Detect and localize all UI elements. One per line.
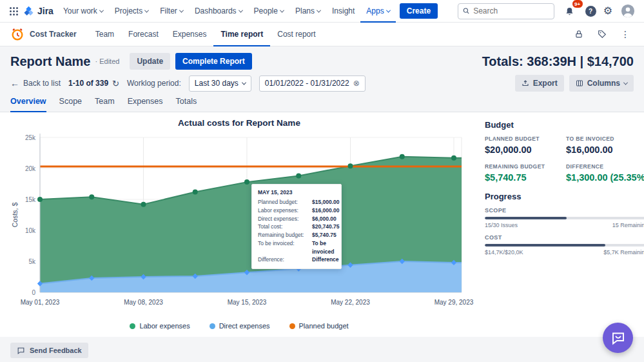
send-feedback-button[interactable]: Send Feedback bbox=[10, 343, 88, 358]
svg-text:May 01, 2023: May 01, 2023 bbox=[21, 299, 60, 306]
jira-logo-icon bbox=[23, 6, 34, 17]
tooltip-value: $16,000.00 bbox=[312, 206, 340, 215]
budget-panel: Budget PLANNED BUDGET $20,000.00 TO BE I… bbox=[473, 112, 644, 337]
date-range-chip[interactable]: 01/01/2022 - 01/31/2022 ⊗ bbox=[259, 75, 366, 92]
cost-tracker-app-bar: Cost Tracker Team Forecast Expenses Time… bbox=[0, 23, 644, 46]
legend-label: Labor expenses bbox=[139, 322, 190, 330]
search-icon bbox=[463, 7, 470, 15]
tooltip-label: Total cost: bbox=[258, 223, 312, 231]
tab-expenses[interactable]: Expenses bbox=[128, 97, 163, 112]
legend-planned-budget[interactable]: Planned budget bbox=[289, 322, 349, 330]
primary-nav: Your work Projects Filter Dashboards Peo… bbox=[57, 0, 396, 23]
chevron-down-icon bbox=[623, 80, 628, 85]
progress-heading: Progress bbox=[485, 192, 644, 201]
chevron-down-icon bbox=[386, 8, 391, 12]
grid-icon bbox=[9, 6, 19, 16]
worklog-period-label: Worklog period: bbox=[127, 79, 181, 88]
close-icon[interactable]: ⊗ bbox=[353, 79, 360, 88]
nav-label: Projects bbox=[115, 6, 142, 15]
tab-team[interactable]: Team bbox=[95, 97, 115, 112]
date-range-value: 01/01/2022 - 01/31/2022 bbox=[265, 79, 349, 88]
cost-progress-left: $14,7K/$20,0K bbox=[485, 249, 523, 256]
back-arrow-icon: ← bbox=[10, 78, 19, 88]
svg-text:May 15, 2023: May 15, 2023 bbox=[228, 299, 267, 306]
create-button[interactable]: Create bbox=[400, 3, 438, 19]
search-input[interactable] bbox=[458, 3, 554, 19]
jira-logo[interactable]: Jira bbox=[23, 6, 54, 17]
progress-scope: SCOPE 15/30 Issues 15 Remaining bbox=[485, 207, 644, 228]
settings-gear-icon[interactable]: ⚙ bbox=[603, 6, 612, 16]
lock-icon[interactable] bbox=[571, 26, 587, 43]
tooltip-label: Remaining budget: bbox=[258, 231, 312, 239]
tab-totals[interactable]: Totals bbox=[176, 97, 197, 112]
progress-label: COST bbox=[485, 234, 644, 241]
nav-your-work[interactable]: Your work bbox=[57, 0, 109, 23]
tooltip-value: $15,000.00 bbox=[312, 198, 340, 206]
tooltip-title: MAY 15, 2023 bbox=[258, 189, 335, 196]
budget-stats: PLANNED BUDGET $20,000.00 TO BE INVOICED… bbox=[485, 136, 644, 183]
legend-direct-expenses[interactable]: Direct expenses bbox=[210, 322, 270, 330]
app-tab-forecast[interactable]: Forecast bbox=[121, 23, 166, 46]
tab-overview[interactable]: Overview bbox=[10, 97, 46, 112]
stat-planned-budget: PLANNED BUDGET $20,000.00 bbox=[485, 136, 561, 155]
nav-filter[interactable]: Filter bbox=[154, 0, 189, 23]
stat-label: DIFFERENCE bbox=[566, 163, 644, 170]
svg-text:May 08, 2023: May 08, 2023 bbox=[124, 299, 163, 306]
back-to-list-link[interactable]: ← Back to list bbox=[10, 78, 61, 88]
scope-progress-fill bbox=[485, 217, 567, 219]
tab-scope[interactable]: Scope bbox=[59, 97, 82, 112]
period-dropdown[interactable]: Last 30 days bbox=[189, 75, 251, 92]
toolbar-actions: Export Columns bbox=[515, 75, 634, 92]
tooltip-value: $20,740.75 bbox=[312, 223, 340, 231]
nav-insight[interactable]: Insight bbox=[326, 0, 360, 23]
nav-label: Filter bbox=[160, 6, 177, 15]
cost-progress-right: $5,7K Remaining bbox=[603, 249, 644, 256]
nav-label: Apps bbox=[366, 6, 384, 15]
chart-tooltip: MAY 15, 2023 Planned budget:$15,000.00 L… bbox=[251, 184, 342, 269]
search-field[interactable] bbox=[473, 6, 549, 15]
svg-text:10k: 10k bbox=[25, 227, 36, 234]
chat-smile-icon bbox=[610, 330, 626, 346]
columns-button[interactable]: Columns bbox=[569, 75, 634, 92]
nav-plans[interactable]: Plans bbox=[289, 0, 326, 23]
tooltip-value: $5,740.75 bbox=[312, 231, 337, 239]
progress-cost: COST $14,7K/$20,0K $5,7K Remaining bbox=[485, 234, 644, 256]
app-tab-time-report[interactable]: Time report bbox=[213, 23, 270, 46]
export-button[interactable]: Export bbox=[515, 75, 564, 92]
page-footer: Send Feedback bbox=[0, 337, 644, 362]
svg-text:5k: 5k bbox=[28, 258, 36, 265]
cost-progress-bar bbox=[485, 244, 644, 246]
svg-text:25k: 25k bbox=[25, 134, 36, 141]
chat-widget-button[interactable] bbox=[603, 323, 633, 353]
app-tab-cost-report[interactable]: Cost report bbox=[270, 23, 322, 46]
app-tab-expenses[interactable]: Expenses bbox=[166, 23, 214, 46]
notifications-button[interactable]: 9+ bbox=[561, 3, 578, 19]
svg-text:20k: 20k bbox=[25, 165, 36, 172]
nav-projects[interactable]: Projects bbox=[109, 0, 154, 23]
chevron-down-icon bbox=[242, 80, 246, 85]
nav-label: Your work bbox=[63, 6, 97, 15]
tag-icon[interactable] bbox=[594, 26, 610, 43]
avatar[interactable] bbox=[620, 3, 636, 19]
avatar-icon bbox=[621, 4, 635, 18]
svg-text:Costs, $: Costs, $ bbox=[11, 203, 19, 228]
tooltip-label: Difference: bbox=[258, 256, 312, 264]
nav-apps[interactable]: Apps bbox=[360, 0, 395, 23]
refresh-icon[interactable]: ↻ bbox=[112, 79, 119, 88]
complete-report-button[interactable]: Complete Report bbox=[175, 53, 252, 70]
legend-labor-expenses[interactable]: Labor expenses bbox=[130, 322, 190, 330]
app-tab-team[interactable]: Team bbox=[88, 23, 121, 46]
app-switcher-icon[interactable] bbox=[5, 3, 22, 19]
nav-dashboards[interactable]: Dashboards bbox=[189, 0, 248, 23]
kebab-menu-icon[interactable]: ⋮ bbox=[617, 26, 634, 43]
progress-label: SCOPE bbox=[485, 207, 644, 214]
chart-legend: Labor expenses Direct expenses Planned b… bbox=[10, 318, 468, 330]
costs-area-chart[interactable]: 05k10k15k20k25kMay 01, 2023May 08, 2023M… bbox=[10, 130, 468, 318]
help-button[interactable]: ? bbox=[585, 6, 596, 17]
app-name: Cost Tracker bbox=[30, 30, 77, 39]
send-feedback-label: Send Feedback bbox=[30, 347, 82, 354]
nav-people[interactable]: People bbox=[248, 0, 289, 23]
tooltip-value: $6,000.00 bbox=[312, 215, 337, 223]
update-button[interactable]: Update bbox=[130, 53, 170, 70]
scope-progress-left: 15/30 Issues bbox=[485, 222, 518, 228]
